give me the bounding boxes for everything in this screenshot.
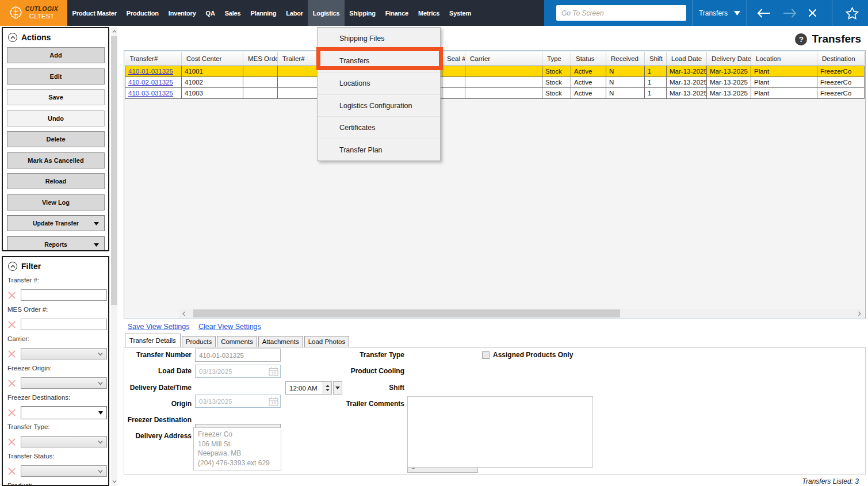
column-header-location[interactable]: Location (751, 52, 817, 66)
view-log-button[interactable]: View Log (7, 194, 105, 211)
delivery-date-input[interactable]: 03/13/2025 15 (195, 395, 281, 408)
collapse-chevron-icon[interactable] (8, 33, 17, 42)
column-header-mes-order[interactable]: MES Order # (243, 52, 278, 66)
collapse-chevron-icon[interactable] (8, 262, 17, 271)
transfer-input[interactable] (21, 289, 107, 301)
forward-arrow-icon[interactable] (777, 0, 802, 26)
nav-item-shipping[interactable]: Shipping (345, 0, 380, 26)
reports-button[interactable]: Reports (7, 236, 105, 252)
menu-item-locations[interactable]: Locations (318, 72, 440, 94)
edit-button[interactable]: Edit (7, 68, 105, 85)
nav-item-production[interactable]: Production (121, 0, 163, 26)
column-header-received[interactable]: Received (606, 52, 645, 66)
favorite-star-icon[interactable] (839, 0, 865, 26)
actions-panel-title: Actions (21, 33, 51, 42)
update-transfer-button[interactable]: Update Transfer (7, 215, 105, 231)
clear-view-settings-link[interactable]: Clear View Settings (198, 323, 261, 331)
horizontal-scrollbar[interactable] (179, 309, 864, 318)
calendar-icon[interactable]: 15 (269, 367, 278, 376)
save-button[interactable]: Save (7, 89, 105, 105)
nav-item-product-master[interactable]: Product Master (67, 0, 121, 26)
add-button[interactable]: Add (7, 47, 105, 63)
clear-x-icon[interactable] (7, 408, 21, 417)
svg-text:15: 15 (271, 400, 276, 405)
transfer-number-link[interactable]: 410-01-031325 (128, 68, 173, 75)
scroll-down-icon[interactable] (111, 477, 117, 486)
scroll-left-icon[interactable] (179, 309, 188, 318)
delivery-address-textarea[interactable]: Freezer Co106 Mill St.Neepawa, MB(204) 4… (193, 427, 281, 470)
clear-x-icon[interactable] (7, 350, 21, 358)
carrier-select[interactable] (21, 348, 107, 359)
calendar-icon[interactable]: 15 (269, 397, 278, 406)
column-header-type[interactable]: Type (542, 52, 571, 66)
clear-x-icon[interactable] (7, 438, 21, 446)
tab-transfer-details[interactable]: Transfer Details (125, 334, 181, 347)
transfer-status-select[interactable] (21, 465, 107, 477)
mark-as-cancelled-button[interactable]: Mark As Cancelled (7, 152, 105, 169)
sidebar-scrollbar[interactable] (111, 27, 117, 486)
delete-button[interactable]: Delete (7, 131, 105, 147)
tab-load-photos[interactable]: Load Photos (304, 336, 350, 347)
nav-item-metrics[interactable]: Metrics (413, 0, 444, 26)
filter-panel: Filter Transfer #:MES Order #:Carrier:Fr… (2, 256, 109, 486)
tab-comments[interactable]: Comments (217, 336, 257, 347)
goto-screen-input[interactable] (556, 5, 686, 21)
nav-item-logistics[interactable]: Logistics (308, 0, 345, 26)
tab-products[interactable]: Products (182, 336, 216, 347)
freezer-origin-select[interactable] (21, 377, 107, 389)
undo-button[interactable]: Undo (7, 110, 105, 127)
navbar-right-section: Transfers (544, 0, 868, 26)
reload-button[interactable]: Reload (7, 173, 105, 189)
column-header-transfer[interactable]: Transfer# (125, 52, 182, 66)
menu-item-certificates[interactable]: Certificates (318, 116, 440, 139)
column-header-destination[interactable]: Destination (817, 52, 865, 66)
transfer-type-select[interactable] (21, 436, 107, 447)
column-header-delivery-date[interactable]: Delivery Date (707, 52, 751, 66)
nav-item-labor[interactable]: Labor (281, 0, 308, 26)
screen-dropdown[interactable]: Transfers (693, 0, 747, 26)
nav-item-inventory[interactable]: Inventory (163, 0, 201, 26)
transfer-row[interactable]: 410-03-03132541003StockActiveN1Mar-13-20… (125, 87, 865, 98)
menu-item-logistics-configuration[interactable]: Logistics Configuration (318, 94, 440, 117)
column-header-carrier[interactable]: Carrier (465, 52, 542, 66)
help-icon[interactable]: ? (795, 33, 807, 45)
clear-x-icon[interactable] (7, 320, 21, 329)
nav-item-qa[interactable]: QA (201, 0, 220, 26)
transfer-number-input[interactable]: 410-01-031325 (195, 349, 281, 362)
divider (832, 0, 832, 26)
column-header-shift[interactable]: Shift (645, 52, 667, 66)
clear-x-icon[interactable] (7, 379, 21, 388)
brand-logo: CUTLOGIX CLTEST (0, 0, 67, 26)
nav-item-finance[interactable]: Finance (380, 0, 413, 26)
scrollbar-thumb[interactable] (193, 309, 620, 317)
clear-x-icon[interactable] (7, 467, 21, 476)
freezer-destinations-combo[interactable] (21, 406, 107, 419)
nav-item-system[interactable]: System (445, 0, 476, 26)
transfer-number-link[interactable]: 410-02-031325 (128, 79, 173, 86)
column-header-status[interactable]: Status (571, 52, 606, 66)
trailer-comments-textarea[interactable] (407, 396, 593, 468)
scrollbar-thumb[interactable] (111, 36, 117, 305)
assigned-products-only-checkbox[interactable] (482, 351, 490, 359)
tab-attachments[interactable]: Attachments (258, 336, 303, 347)
load-date-input[interactable]: 03/13/2025 15 (195, 365, 281, 378)
nav-item-sales[interactable]: Sales (220, 0, 246, 26)
assigned-products-only-label: Assigned Products Only (493, 349, 573, 362)
scroll-up-icon[interactable] (111, 27, 117, 36)
mes-order-input[interactable] (21, 319, 107, 330)
menu-item-shipping-files[interactable]: Shipping Files (318, 28, 440, 50)
column-header-seal[interactable]: Seal # (442, 52, 465, 66)
top-navbar: CUTLOGIX CLTEST Product MasterProduction… (0, 0, 868, 26)
menu-item-transfer-plan[interactable]: Transfer Plan (318, 139, 440, 161)
save-view-settings-link[interactable]: Save View Settings (128, 323, 189, 331)
clear-x-icon[interactable] (7, 291, 21, 300)
transfer-row[interactable]: 410-02-03132541002StockActiveN1Mar-13-20… (125, 76, 865, 87)
back-arrow-icon[interactable] (751, 0, 777, 26)
scroll-right-icon[interactable] (855, 309, 864, 318)
column-header-load-date[interactable]: Load Date (667, 52, 707, 66)
nav-item-planning[interactable]: Planning (246, 0, 281, 26)
column-header-cost-center[interactable]: Cost Center (182, 52, 243, 66)
close-icon[interactable] (800, 0, 825, 26)
transfer-number-link[interactable]: 410-03-031325 (128, 90, 173, 97)
transfer-row[interactable]: 410-01-03132541001StockActiveN1Mar-13-20… (125, 66, 865, 76)
